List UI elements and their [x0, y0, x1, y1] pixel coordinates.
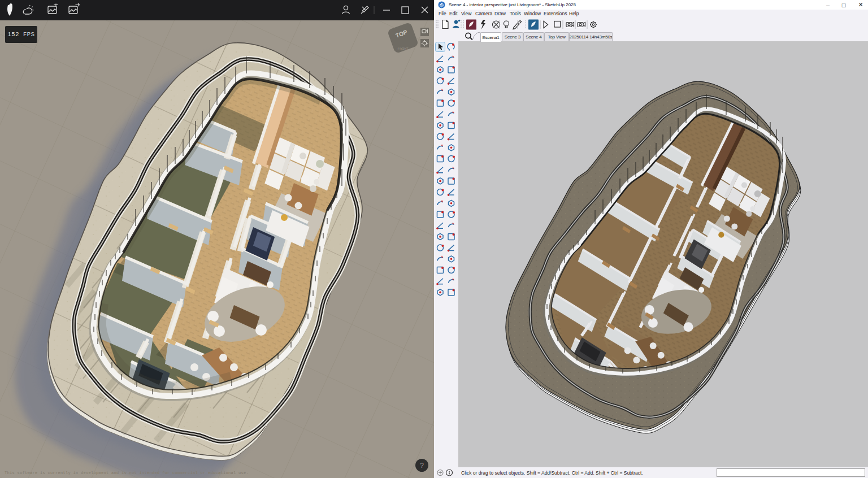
svg-text:FRONT: FRONT: [398, 47, 409, 51]
